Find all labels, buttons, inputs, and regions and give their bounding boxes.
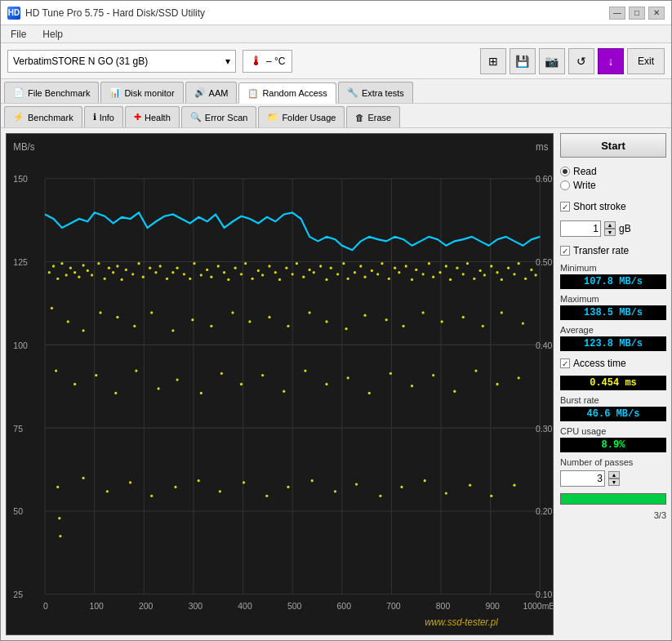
maximize-button[interactable]: □: [629, 7, 645, 20]
svg-point-191: [219, 490, 221, 492]
short-stroke-unit: gB: [619, 223, 631, 234]
drive-select[interactable]: VerbatimSTORE N GO (31 gB) ▾: [7, 50, 236, 73]
svg-point-94: [319, 265, 322, 267]
camera-button[interactable]: 📷: [539, 48, 565, 74]
svg-point-70: [183, 273, 185, 275]
svg-point-134: [67, 320, 69, 323]
svg-point-194: [287, 486, 289, 488]
radio-write[interactable]: [560, 180, 570, 190]
short-stroke-spinbox[interactable]: [560, 220, 601, 237]
svg-point-116: [445, 265, 447, 267]
tab-error-scan[interactable]: 🔍 Error Scan: [181, 106, 257, 127]
minimize-button[interactable]: —: [609, 7, 625, 20]
tab-aam[interactable]: 🔊 AAM: [185, 82, 238, 103]
passes-spin-buttons: ▲ ▼: [608, 471, 620, 486]
tabs-row2: ⚡ Benchmark ℹ Info ✚ Health 🔍 Error Scan…: [1, 104, 671, 128]
svg-point-55: [104, 278, 106, 280]
extra-tests-icon: 🔧: [347, 87, 358, 98]
menu-file[interactable]: File: [7, 29, 29, 40]
svg-point-125: [496, 271, 498, 274]
svg-point-121: [473, 278, 475, 280]
tab-random-access[interactable]: 📋 Random Access: [238, 82, 336, 104]
svg-point-203: [490, 495, 492, 497]
radio-write-row[interactable]: Write: [560, 180, 666, 191]
svg-point-52: [87, 269, 89, 272]
svg-point-89: [291, 273, 294, 275]
svg-point-184: [59, 535, 61, 537]
passes-label: Number of passes: [560, 457, 666, 467]
svg-point-155: [462, 316, 465, 318]
start-button[interactable]: Start: [560, 133, 666, 158]
passes-spinbox[interactable]: [560, 470, 605, 487]
passes-spin-up[interactable]: ▲: [608, 471, 620, 479]
svg-point-168: [240, 383, 243, 385]
chart-svg: MB/s 150 125 100 75 50 25 ms 0.60 0.50 0…: [7, 134, 553, 634]
title-bar: HD HD Tune Pro 5.75 - Hard Disk/SSD Util…: [1, 1, 671, 25]
svg-point-145: [268, 316, 270, 318]
access-time-checkbox[interactable]: ✓: [560, 358, 570, 368]
svg-text:0.60: 0.60: [536, 174, 552, 184]
short-stroke-spinbox-row: ▲ ▼ gB: [560, 220, 666, 237]
close-button[interactable]: ✕: [648, 7, 665, 20]
svg-point-124: [490, 265, 492, 267]
svg-point-68: [171, 271, 174, 274]
menu-help[interactable]: Help: [39, 29, 66, 40]
radio-read-label: Read: [573, 166, 597, 177]
aam-icon: 🔊: [194, 87, 206, 98]
info-icon: ℹ: [93, 112, 96, 122]
cpu-usage-section: CPU usage 8.9%: [560, 426, 666, 452]
health-icon: ✚: [134, 112, 141, 122]
svg-text:75: 75: [13, 423, 23, 433]
tab-file-benchmark[interactable]: 📄 File Benchmark: [4, 82, 99, 103]
thermometer-icon: 🌡: [250, 54, 263, 69]
tab-disk-monitor[interactable]: 📊 Disk monitor: [100, 82, 183, 103]
radio-read[interactable]: [560, 167, 570, 176]
svg-point-174: [368, 392, 371, 394]
access-time-section: 0.454 ms: [560, 376, 666, 390]
save-button[interactable]: 💾: [510, 48, 536, 74]
svg-point-106: [388, 278, 390, 280]
svg-point-150: [363, 314, 366, 317]
tab-folder-usage[interactable]: 📁 Folder Usage: [258, 106, 345, 127]
minimum-section: Minimum 107.8 MB/s: [560, 263, 666, 289]
exit-button[interactable]: Exit: [627, 48, 665, 74]
svg-point-66: [159, 265, 162, 267]
radio-read-row[interactable]: Read: [560, 166, 666, 177]
tab-info[interactable]: ℹ Info: [84, 106, 123, 127]
short-stroke-spin-down[interactable]: ▼: [604, 229, 616, 236]
tab-erase[interactable]: 🗑 Erase: [346, 106, 400, 127]
svg-point-142: [210, 325, 212, 327]
svg-point-50: [78, 276, 80, 278]
toolbar-buttons: ⊞ 💾 📷 ↺ ↓ Exit: [480, 48, 665, 74]
tab-benchmark[interactable]: ⚡ Benchmark: [4, 106, 82, 127]
svg-text:500: 500: [287, 601, 301, 611]
temperature-display: 🌡 – °C: [243, 50, 292, 73]
toolbar: VerbatimSTORE N GO (31 gB) ▾ 🌡 – °C ⊞ 💾 …: [1, 43, 671, 79]
passes-spin-down[interactable]: ▼: [608, 479, 620, 486]
svg-point-103: [371, 269, 373, 272]
svg-point-160: [73, 383, 76, 385]
svg-point-63: [142, 276, 145, 278]
svg-point-64: [149, 267, 151, 269]
average-label: Average: [560, 325, 666, 335]
minimum-value: 107.8 MB/s: [560, 274, 666, 289]
svg-point-81: [244, 262, 247, 265]
transfer-rate-checkbox[interactable]: ✓: [560, 246, 570, 256]
svg-point-170: [283, 390, 285, 393]
copy-button[interactable]: ⊞: [480, 48, 506, 74]
svg-point-93: [313, 271, 315, 274]
tab-health[interactable]: ✚ Health: [125, 106, 180, 127]
svg-point-186: [106, 490, 109, 492]
refresh-button[interactable]: ↺: [568, 48, 594, 74]
svg-point-167: [220, 372, 223, 375]
svg-point-152: [403, 325, 405, 327]
svg-point-136: [99, 311, 101, 314]
svg-point-156: [482, 325, 484, 327]
svg-point-139: [150, 311, 153, 314]
short-stroke-spin-up[interactable]: ▲: [604, 221, 616, 229]
download-button[interactable]: ↓: [598, 48, 624, 74]
short-stroke-checkbox[interactable]: ✓: [560, 202, 570, 211]
svg-point-141: [191, 318, 194, 321]
tab-extra-tests[interactable]: 🔧 Extra tests: [338, 82, 413, 103]
transfer-rate-label: Transfer rate: [573, 245, 629, 256]
